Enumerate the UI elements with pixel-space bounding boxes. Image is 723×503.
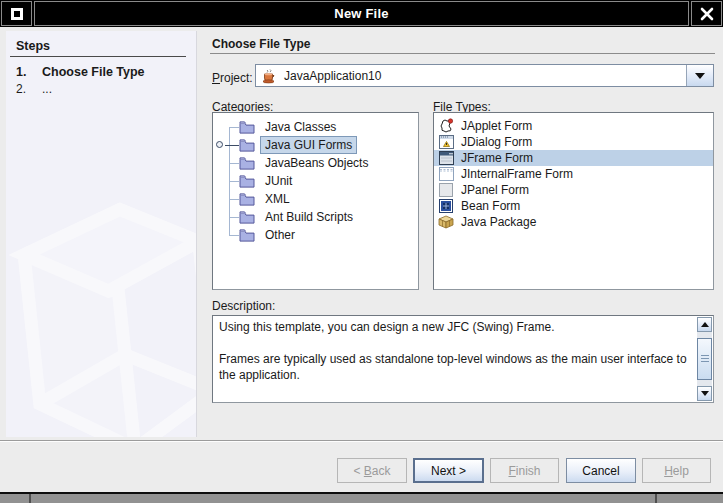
project-label: Project:	[212, 71, 253, 85]
jframe-icon	[439, 151, 454, 165]
java-project-icon	[261, 68, 277, 84]
cube-watermark-icon	[6, 157, 197, 437]
step-number: 1.	[16, 65, 42, 79]
folder-icon	[239, 156, 255, 170]
description-paragraph: Frames are typically used as standalone …	[219, 351, 692, 383]
project-combobox-value[interactable]: JavaApplication10	[256, 65, 686, 86]
tree-item-java-gui-forms[interactable]: Java GUI Forms	[213, 136, 418, 154]
window-title: New File	[334, 6, 388, 21]
titlebar-drag-area[interactable]: New File	[34, 1, 689, 26]
window-resize-bar[interactable]	[0, 492, 723, 503]
folder-icon	[239, 228, 255, 242]
folder-icon	[239, 210, 255, 224]
step-label: ...	[42, 82, 52, 96]
cancel-button[interactable]: Cancel	[566, 458, 636, 483]
finish-button[interactable]: Finish	[490, 458, 559, 483]
project-combobox[interactable]: JavaApplication10	[255, 64, 714, 87]
close-icon	[700, 7, 714, 21]
jdialog-icon	[439, 135, 454, 149]
tree-item-javabeans-objects[interactable]: JavaBeans Objects	[213, 154, 418, 172]
tree-item-java-classes[interactable]: Java Classes	[213, 118, 418, 136]
step-item-2: 2. ...	[16, 82, 52, 96]
description-paragraph: Most Swing applications are built starti…	[219, 399, 692, 402]
tree-item-other[interactable]: Other	[213, 226, 418, 244]
java-package-icon	[438, 215, 454, 229]
steps-panel: Steps 1. Choose File Type 2. ...	[6, 31, 197, 437]
tree-expand-handle[interactable]	[216, 141, 223, 148]
japplet-icon	[439, 118, 454, 133]
categories-tree[interactable]: Java Classes Java GUI Forms JavaBeans Ob…	[212, 112, 419, 290]
resize-handle-tick	[29, 494, 31, 503]
bean-icon	[439, 199, 453, 213]
titlebar[interactable]: New File	[0, 0, 723, 27]
page-title: Choose File Type	[212, 37, 310, 51]
scrollbar-grip-icon	[701, 355, 709, 363]
list-item-java-package[interactable]: Java Package	[434, 214, 713, 230]
description-panel: Using this template, you can design a ne…	[212, 315, 714, 403]
description-scrollbar[interactable]	[697, 317, 712, 401]
resize-handle-tick	[655, 494, 657, 503]
help-button[interactable]: Help	[642, 458, 711, 483]
back-button[interactable]: < Back	[337, 458, 407, 483]
steps-divider	[10, 56, 186, 57]
scrollbar-thumb[interactable]	[697, 338, 712, 380]
project-value: JavaApplication10	[284, 69, 381, 83]
description-text: Using this template, you can design a ne…	[213, 316, 696, 402]
list-item-bean-form[interactable]: Bean Form	[434, 198, 713, 214]
file-types-list[interactable]: JApplet Form JDialog Form JFrame Form	[433, 112, 714, 290]
window-menu-icon	[11, 8, 23, 20]
list-item-jinternalframe-form[interactable]: JInternalFrame Form	[434, 166, 713, 182]
folder-icon	[239, 120, 255, 134]
list-item-jpanel-form[interactable]: JPanel Form	[434, 182, 713, 198]
step-label: Choose File Type	[42, 65, 145, 79]
description-label: Description:	[212, 299, 275, 313]
scroll-down-button[interactable]	[697, 386, 712, 401]
project-combobox-arrow-button[interactable]	[686, 65, 713, 86]
button-bar-divider	[0, 440, 723, 442]
jpanel-icon	[439, 183, 453, 197]
list-item-japplet-form[interactable]: JApplet Form	[434, 118, 713, 134]
list-item-jframe-form[interactable]: JFrame Form	[434, 150, 713, 166]
new-file-dialog: New File Steps 1. Choose File Type 2.	[0, 0, 723, 503]
next-button[interactable]: Next >	[413, 458, 484, 483]
steps-title: Steps	[16, 39, 50, 53]
chevron-down-icon	[695, 73, 705, 79]
close-button[interactable]	[691, 1, 722, 26]
header-divider	[210, 53, 715, 54]
list-item-jdialog-form[interactable]: JDialog Form	[434, 134, 713, 150]
jinternalframe-icon	[439, 167, 454, 181]
step-item-1: 1. Choose File Type	[16, 65, 145, 79]
arrow-down-icon	[701, 391, 709, 396]
folder-icon	[239, 138, 255, 152]
description-paragraph: Using this template, you can design a ne…	[219, 319, 692, 335]
step-number: 2.	[16, 82, 42, 96]
tree-item-xml[interactable]: XML	[213, 190, 418, 208]
window-menu-button[interactable]	[1, 1, 32, 26]
arrow-up-icon	[701, 322, 709, 327]
folder-icon	[239, 174, 255, 188]
tree-item-ant-build-scripts[interactable]: Ant Build Scripts	[213, 208, 418, 226]
folder-icon	[239, 192, 255, 206]
tree-item-junit[interactable]: JUnit	[213, 172, 418, 190]
scroll-up-button[interactable]	[697, 317, 712, 332]
